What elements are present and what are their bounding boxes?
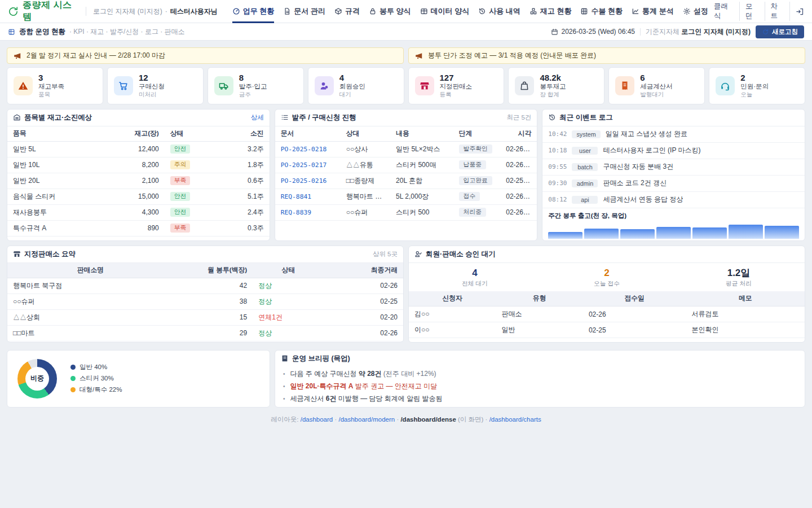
table-row: 특수규격 A890부족0.3주 bbox=[7, 220, 270, 236]
weekly-bar bbox=[729, 225, 763, 239]
briefing-panel: 운영 브리핑 (목업) •다음 주 예상 구매신청 약 28건 (전주 대비 +… bbox=[275, 350, 805, 408]
refresh-button[interactable]: 새로고침 bbox=[756, 25, 804, 38]
nav-item-문서 관리[interactable]: 문서 관리 bbox=[283, 0, 325, 23]
kpi-label: 재고부족 bbox=[38, 82, 64, 91]
memo: 주소불일치 bbox=[686, 338, 805, 343]
nav-item-규격[interactable]: 규격 bbox=[334, 0, 360, 23]
headset-icon bbox=[716, 76, 735, 95]
footer-label: 레이아웃: bbox=[271, 416, 298, 423]
document-link[interactable]: REQ-8841 bbox=[281, 193, 311, 200]
stock-panel-header: 품목별 재고·소진예상 상세 bbox=[7, 110, 270, 126]
orders-panel: 발주 / 구매신청 진행 최근 5건 문서상대내용단계시각 PO-2025-02… bbox=[275, 109, 538, 241]
approvals-panel: 회원·판매소 승인 대기 4전체 대기2오늘 접수1.2일평균 처리 신청자유형… bbox=[408, 246, 805, 343]
panel-row-1: 품목별 재고·소진예상 상세 품목재고(장)상태소진 일반 5L12,400안전… bbox=[7, 109, 805, 241]
nav-item-사용 내역[interactable]: 사용 내역 bbox=[478, 0, 520, 23]
partner-cell: ○○슈퍼 bbox=[341, 204, 390, 220]
footer-layout-link[interactable]: /dashboard/modern bbox=[337, 416, 395, 423]
orders-table-head: 문서상대내용단계시각 bbox=[275, 126, 537, 142]
store-status: 정상 bbox=[253, 294, 324, 309]
partner-cell: △△유통 bbox=[341, 157, 390, 173]
brand[interactable]: 종량제 시스템 bbox=[8, 0, 79, 23]
table-row: 행복마트 북구점42정상02-26 bbox=[7, 278, 403, 294]
column-header: 상태 bbox=[253, 263, 324, 278]
document-link[interactable]: PO-2025-0216 bbox=[281, 177, 327, 185]
nav-item-통계 분석[interactable]: 통계 분석 bbox=[632, 0, 674, 23]
applicant-name: 박○○ bbox=[409, 338, 496, 343]
document-link[interactable]: PO-2025-0218 bbox=[281, 146, 327, 153]
content-cell: 20L 혼합 bbox=[390, 173, 453, 189]
doc-cell: REQ-8841 bbox=[275, 189, 341, 204]
kpi-card-발주·입고[interactable]: 8발주·입고금주 bbox=[208, 67, 304, 104]
kpi-card-구매신청[interactable]: 12구매신청미처리 bbox=[107, 67, 204, 104]
layout-link-클래식[interactable]: 클래식 bbox=[708, 2, 740, 21]
content-cell: 5L 2,000장 bbox=[390, 189, 453, 204]
nav-item-label: 재고 현황 bbox=[540, 6, 572, 16]
event-log-row: 09:30admin판매소 코드 2건 갱신 bbox=[542, 176, 805, 192]
approval-stat: 4전체 대기 bbox=[409, 268, 541, 288]
kpi-label: 발주·입고 bbox=[239, 82, 267, 91]
lock-icon bbox=[369, 7, 377, 15]
briefing-panel-title: 운영 브리핑 (목업) bbox=[292, 354, 350, 364]
briefing-item: •지정판매소 △△상회 연체 1건 — 현장 점검 일정 3/3 bbox=[283, 405, 797, 408]
table-row: □□마트29정상02-26 bbox=[7, 325, 403, 341]
event-log-row: 10:42system일일 재고 스냅샷 생성 완료 bbox=[542, 126, 805, 143]
kpi-sublabel: 등록 bbox=[440, 91, 473, 99]
briefing-segment: 약 28건 bbox=[359, 370, 382, 378]
kpi-card-회원승인[interactable]: 4회원승인대기 bbox=[308, 67, 404, 104]
kpi-card-봉투재고[interactable]: 48.2k봉투재고장 합계 bbox=[508, 67, 604, 104]
store-icon bbox=[415, 76, 434, 95]
content-cell: 스티커 500매 bbox=[390, 157, 453, 173]
column-header: 월 봉투(백장) bbox=[174, 263, 253, 278]
nav-item-설정[interactable]: 설정 bbox=[683, 0, 708, 23]
nav-item-봉투 양식[interactable]: 봉투 양식 bbox=[369, 0, 411, 23]
column-header: 접수일 bbox=[583, 291, 686, 306]
table-row: REQ-8841행복마트 북...5L 2,000장접수02-26 09:12 bbox=[275, 189, 537, 204]
orders-panel-header: 발주 / 구매신청 진행 최근 5건 bbox=[275, 110, 537, 126]
item-name: 재사용봉투 bbox=[7, 204, 107, 220]
kpi-card-민원·문의[interactable]: 2민원·문의오늘 bbox=[709, 67, 805, 104]
nav-item-label: 통계 분석 bbox=[642, 6, 674, 16]
layout-link-모던[interactable]: 모던 bbox=[740, 2, 765, 21]
last-trade-date: 02-26 bbox=[324, 278, 403, 294]
nav-item-수불 현황[interactable]: 수불 현황 bbox=[580, 0, 623, 23]
approvals-table-head: 신청자유형접수일메모 bbox=[409, 291, 805, 306]
cart-icon bbox=[114, 76, 133, 95]
megaphone-icon bbox=[415, 52, 423, 60]
kpi-card-지정판매소[interactable]: 127지정판매소등록 bbox=[408, 67, 505, 104]
depletion-weeks: 0.3주 bbox=[217, 220, 270, 236]
layout-link-차트[interactable]: 차트 bbox=[765, 2, 791, 21]
notice-bar: 2월 말 정기 재고 실사 안내 — 2/28 17:00 마감 bbox=[7, 47, 404, 64]
footer-layout-link[interactable]: /dashboard bbox=[301, 416, 333, 423]
archive-icon bbox=[13, 113, 21, 121]
depletion-weeks: 1.8주 bbox=[217, 157, 270, 173]
nav-item-업무 현황[interactable]: 업무 현황 bbox=[232, 0, 275, 23]
nav-item-데이터 양식[interactable]: 데이터 양식 bbox=[420, 0, 470, 23]
user-icon bbox=[315, 76, 334, 95]
approval-stats: 4전체 대기2오늘 접수1.2일평균 처리 bbox=[409, 263, 805, 291]
footer-layout-link[interactable]: /dashboard/dense bbox=[399, 416, 456, 423]
kpi-card-세금계산서[interactable]: 6세금계산서발행대기 bbox=[608, 67, 705, 104]
footer-layout-link[interactable]: /dashboard/charts bbox=[487, 416, 541, 423]
nav-item-label: 업무 현황 bbox=[243, 6, 275, 16]
monthly-qty: 15 bbox=[174, 309, 253, 325]
stock-detail-link[interactable]: 상세 bbox=[251, 113, 264, 122]
document-link[interactable]: PO-2025-0217 bbox=[281, 161, 327, 169]
bag-icon bbox=[515, 76, 534, 95]
kpi-card-재고부족[interactable]: 3재고부족품목 bbox=[7, 67, 103, 104]
monthly-qty: 42 bbox=[174, 278, 253, 294]
table-row: 김○○판매소02-26서류검토 bbox=[409, 306, 805, 322]
document-link[interactable]: REQ-8839 bbox=[281, 209, 311, 216]
event-text: 구매신청 자동 분배 3건 bbox=[603, 162, 673, 172]
sub-header: 종합 운영 현황 · KPI · 재고 · 발주/신청 · 로그 · 판매소 2… bbox=[0, 23, 812, 41]
grid-icon bbox=[8, 28, 15, 36]
stores-panel: 지정판매소 요약 상위 5곳 판매소명월 봉투(백장)상태최종거래 행복마트 북… bbox=[7, 246, 404, 343]
receipt-icon bbox=[615, 76, 634, 95]
kpi-value: 3 bbox=[38, 73, 64, 82]
nav-item-재고 현황[interactable]: 재고 현황 bbox=[529, 0, 572, 23]
briefing-text: 지정판매소 △△상회 연체 1건 — 현장 점검 일정 3/3 bbox=[290, 406, 447, 408]
film-icon bbox=[580, 7, 588, 15]
doc-cell: REQ-8839 bbox=[275, 204, 341, 220]
context-separator: · bbox=[165, 7, 167, 15]
kpi-row: 3재고부족품목12구매신청미처리8발주·입고금주4회원승인대기127지정판매소등… bbox=[7, 67, 805, 104]
logout-icon[interactable] bbox=[790, 7, 804, 16]
